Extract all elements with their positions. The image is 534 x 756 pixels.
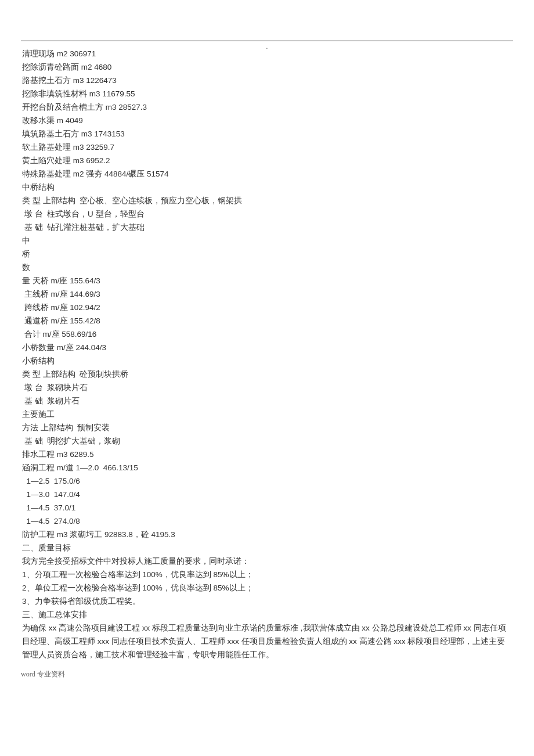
line: 黄土陷穴处理 m3 6952.2: [22, 154, 513, 167]
line: 1—4.5 37.0/1: [22, 501, 513, 514]
line: 主线桥 m/座 144.69/3: [22, 287, 513, 301]
line: 中: [22, 234, 513, 247]
top-divider: [21, 41, 513, 41]
line: 类 型 上部结构 空心板、空心连续板，预应力空心板，钢架拱: [22, 194, 513, 207]
line: 数: [22, 261, 513, 274]
line: 量 天桥 m/座 155.64/3: [22, 274, 513, 287]
line: 排水工程 m3 6289.5: [22, 448, 513, 461]
line: 涵洞工程 m/道 1—2.0 466.13/15: [22, 461, 513, 474]
line: 挖除非填筑性材料 m3 11679.55: [22, 87, 513, 100]
line: 墩 台 浆砌块片石: [22, 381, 513, 394]
line: 方法 上部结构 预制安装: [22, 421, 513, 434]
line: 桥: [22, 247, 513, 261]
line: 墩 台 柱式墩台，U 型台，轻型台: [22, 207, 513, 221]
line: 跨线桥 m/座 102.94/2: [22, 301, 513, 314]
line: 改移水渠 m 4049: [22, 114, 513, 127]
line: 1—3.0 147.0/4: [22, 488, 513, 501]
line: 特殊路基处理 m2 强夯 44884/碾压 51574: [22, 167, 513, 181]
line: 路基挖土石方 m3 1226473: [22, 74, 513, 87]
line: 软土路基处理 m3 23259.7: [22, 141, 513, 154]
line: 基 础 钻孔灌注桩基础，扩大基础: [22, 221, 513, 234]
document-page: . 清理现场 m2 306971 挖除沥青砼路面 m2 4680 路基挖土石方 …: [0, 0, 534, 697]
line: 填筑路基土石方 m3 1743153: [22, 127, 513, 141]
line: 小桥数量 m/座 244.04/3: [22, 341, 513, 354]
line: 1—2.5 175.0/6: [22, 474, 513, 488]
line: 2、单位工程一次检验合格率达到 100%，优良率达到 85%以上；: [22, 581, 513, 595]
page-footer: word 专业资料: [21, 669, 513, 679]
line: 基 础 明挖扩大基础，浆砌: [22, 434, 513, 448]
line: 中桥结构: [22, 181, 513, 194]
line: 基 础 浆砌片石: [22, 394, 513, 408]
line: 防护工程 m3 浆砌圬工 92883.8，砼 4195.3: [22, 528, 513, 541]
line: 挖除沥青砼路面 m2 4680: [22, 60, 513, 74]
line: 合计 m/座 558.69/16: [22, 327, 513, 341]
line: 为确保 xx 高速公路项目建设工程 xx 标段工程质量达到向业主承诺的质量标准 …: [22, 621, 513, 661]
top-mark: .: [266, 44, 268, 50]
line: 三、施工总体安排: [22, 608, 513, 621]
line: 1—4.5 274.0/8: [22, 514, 513, 528]
line: 我方完全接受招标文件中对投标人施工质量的要求，同时承诺：: [22, 555, 513, 568]
line: 主要施工: [22, 408, 513, 421]
line: 类 型 上部结构 砼预制块拱桥: [22, 368, 513, 381]
line: 3、力争获得省部级优质工程奖。: [22, 595, 513, 608]
document-content: 清理现场 m2 306971 挖除沥青砼路面 m2 4680 路基挖土石方 m3…: [21, 47, 513, 661]
line: 小桥结构: [22, 354, 513, 368]
line: 二、质量目标: [22, 541, 513, 555]
line: 通道桥 m/座 155.42/8: [22, 314, 513, 327]
line: 1、分项工程一次检验合格率达到 100%，优良率达到 85%以上；: [22, 568, 513, 581]
line: 开挖台阶及结合槽土方 m3 28527.3: [22, 100, 513, 114]
